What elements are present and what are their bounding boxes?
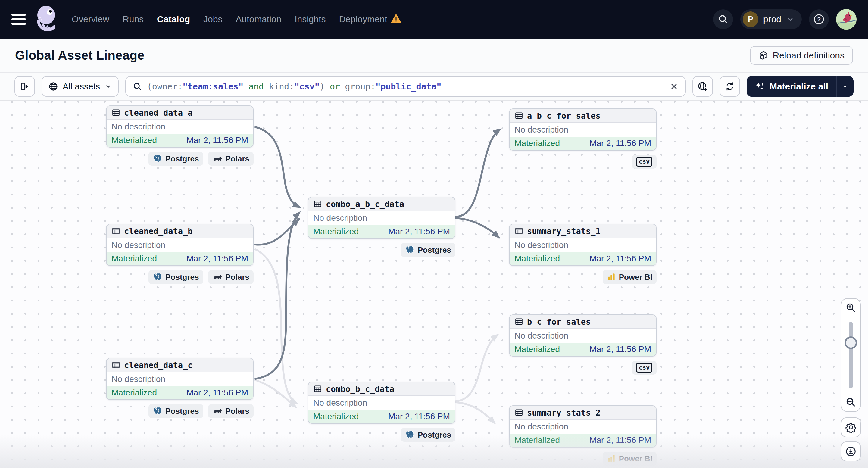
kind-tags: PostgresPolars [106, 270, 254, 284]
asset-title: summary_stats_1 [527, 226, 600, 236]
gear-icon [845, 422, 857, 433]
table-icon [515, 226, 523, 236]
kind-tag-label: Postgres [165, 154, 199, 163]
asset-node-summary_stats_1[interactable]: summary_stats_1No descriptionMaterialize… [509, 224, 657, 284]
asset-card[interactable]: cleaned_data_bNo descriptionMaterialized… [106, 224, 254, 266]
lineage-canvas[interactable]: cleaned_data_aNo descriptionMaterialized… [0, 101, 868, 468]
asset-description: No description [509, 123, 656, 137]
asset-card-header: b_c_for_sales [509, 315, 656, 329]
status-badge: Materialized [515, 254, 560, 263]
asset-card[interactable]: summary_stats_1No descriptionMaterialize… [509, 224, 657, 266]
table-icon [313, 199, 322, 209]
asset-node-cleaned_data_c[interactable]: cleaned_data_cNo descriptionMaterialized… [106, 358, 254, 418]
materialization-row: MaterializedMar 2, 11:56 PM [509, 434, 656, 447]
edge-combo_b_c_data-to-b_c_for_sales [456, 335, 498, 401]
kind-tag-postgres[interactable]: Postgres [149, 404, 203, 418]
postgres-icon [153, 272, 162, 282]
asset-card[interactable]: combo_b_c_dataNo descriptionMaterialized… [308, 381, 455, 424]
graph-settings-button[interactable] [841, 417, 861, 437]
edge-cleaned_data_c-to-combo_a_b_c_data [255, 213, 299, 379]
csv-icon: csv [636, 363, 652, 373]
kind-tag-polars[interactable]: Polars [208, 404, 254, 418]
asset-title: cleaned_data_c [124, 361, 193, 370]
asset-title: summary_stats_2 [527, 408, 600, 417]
kind-tag-label: Postgres [418, 430, 451, 440]
download-image-button[interactable] [841, 441, 861, 461]
zoom-slider-knob[interactable] [844, 336, 857, 349]
asset-node-combo_a_b_c_data[interactable]: combo_a_b_c_dataNo descriptionMaterializ… [308, 197, 455, 257]
asset-node-cleaned_data_b[interactable]: cleaned_data_bNo descriptionMaterialized… [106, 224, 254, 284]
zoom-slider-track[interactable] [849, 322, 852, 388]
kind-tag-csv[interactable]: csv [632, 361, 657, 375]
kind-tag-postgres[interactable]: Postgres [401, 243, 455, 257]
asset-card-header: summary_stats_1 [509, 224, 656, 238]
edge-combo_a_b_c_data-to-a_b_c_for_sales [456, 129, 500, 217]
kind-tags: Postgres [308, 428, 455, 442]
polars-icon [212, 155, 223, 162]
status-badge: Materialized [515, 345, 560, 354]
asset-node-b_c_for_sales[interactable]: b_c_for_salesNo descriptionMaterializedM… [509, 314, 657, 375]
materialization-row: MaterializedMar 2, 11:56 PM [106, 386, 253, 399]
postgres-icon [153, 406, 162, 416]
asset-card[interactable]: cleaned_data_cNo descriptionMaterialized… [106, 358, 254, 400]
app-root: OverviewRunsCatalogJobsAutomationInsight… [0, 0, 868, 468]
asset-card-header: combo_a_b_c_data [308, 197, 455, 211]
asset-title: cleaned_data_b [124, 226, 193, 236]
asset-card[interactable]: cleaned_data_aNo descriptionMaterialized… [106, 105, 254, 148]
asset-card[interactable]: combo_a_b_c_dataNo descriptionMaterializ… [308, 197, 455, 239]
kind-tag-label: Polars [225, 273, 250, 282]
kind-tag-postgres[interactable]: Postgres [401, 428, 455, 442]
materialization-row: MaterializedMar 2, 11:56 PM [106, 134, 253, 147]
asset-card[interactable]: summary_stats_2No descriptionMaterialize… [509, 405, 657, 447]
kind-tag-power-bi[interactable]: Power BI [603, 270, 657, 284]
asset-node-cleaned_data_a[interactable]: cleaned_data_aNo descriptionMaterialized… [106, 105, 254, 166]
status-badge: Materialized [112, 135, 157, 145]
asset-card-header: summary_stats_2 [509, 406, 656, 420]
download-icon [845, 446, 857, 457]
table-icon [515, 317, 523, 326]
kind-tags: Power BI [509, 270, 657, 284]
zoom-out-icon[interactable] [841, 393, 860, 411]
edge-cleaned_data_a-to-combo_a_b_c_data [255, 127, 299, 207]
table-icon [112, 226, 121, 236]
materialization-row: MaterializedMar 2, 11:56 PM [509, 137, 656, 150]
asset-title: cleaned_data_a [124, 108, 193, 118]
asset-node-a_b_c_for_sales[interactable]: a_b_c_for_salesNo descriptionMaterialize… [509, 108, 657, 169]
asset-node-summary_stats_2[interactable]: summary_stats_2No descriptionMaterialize… [509, 405, 657, 466]
materialization-row: MaterializedMar 2, 11:56 PM [308, 410, 455, 423]
materialization-timestamp: Mar 2, 11:56 PM [186, 388, 248, 398]
materialization-row: MaterializedMar 2, 11:56 PM [509, 252, 656, 265]
asset-card-header: cleaned_data_c [106, 358, 253, 372]
zoom-in-icon[interactable] [841, 299, 860, 317]
kind-tag-postgres[interactable]: Postgres [149, 270, 203, 284]
asset-card[interactable]: a_b_c_for_salesNo descriptionMaterialize… [509, 108, 657, 151]
kind-tags: csv [509, 155, 657, 169]
edge-cleaned_data_b-to-combo_b_c_data [255, 249, 297, 403]
materialization-timestamp: Mar 2, 11:56 PM [388, 412, 450, 421]
asset-title: b_c_for_sales [527, 317, 591, 326]
kind-tag-power-bi[interactable]: Power BI [603, 452, 657, 466]
kind-tag-csv[interactable]: csv [632, 155, 657, 169]
kind-tag-label: Power BI [619, 454, 652, 464]
kind-tag-polars[interactable]: Polars [208, 270, 254, 284]
csv-icon: csv [636, 157, 652, 166]
kind-tag-label: Power BI [619, 273, 652, 282]
zoom-slider[interactable] [841, 317, 860, 393]
asset-description: No description [106, 238, 253, 252]
asset-card-header: a_b_c_for_sales [509, 109, 656, 123]
materialization-row: MaterializedMar 2, 11:56 PM [106, 252, 253, 265]
asset-description: No description [509, 420, 656, 434]
powerbi-icon [607, 273, 616, 282]
asset-node-combo_b_c_data[interactable]: combo_b_c_dataNo descriptionMaterialized… [308, 381, 455, 442]
materialization-row: MaterializedMar 2, 11:56 PM [308, 225, 455, 238]
status-badge: Materialized [313, 412, 359, 421]
asset-title: combo_b_c_data [326, 384, 395, 394]
materialization-timestamp: Mar 2, 11:56 PM [589, 345, 651, 354]
materialization-timestamp: Mar 2, 11:56 PM [186, 135, 248, 145]
kind-tag-polars[interactable]: Polars [208, 152, 254, 166]
asset-card[interactable]: b_c_for_salesNo descriptionMaterializedM… [509, 314, 657, 356]
materialization-timestamp: Mar 2, 11:56 PM [589, 138, 651, 148]
kind-tag-postgres[interactable]: Postgres [149, 152, 203, 166]
table-icon [515, 408, 523, 417]
postgres-icon [405, 430, 415, 440]
